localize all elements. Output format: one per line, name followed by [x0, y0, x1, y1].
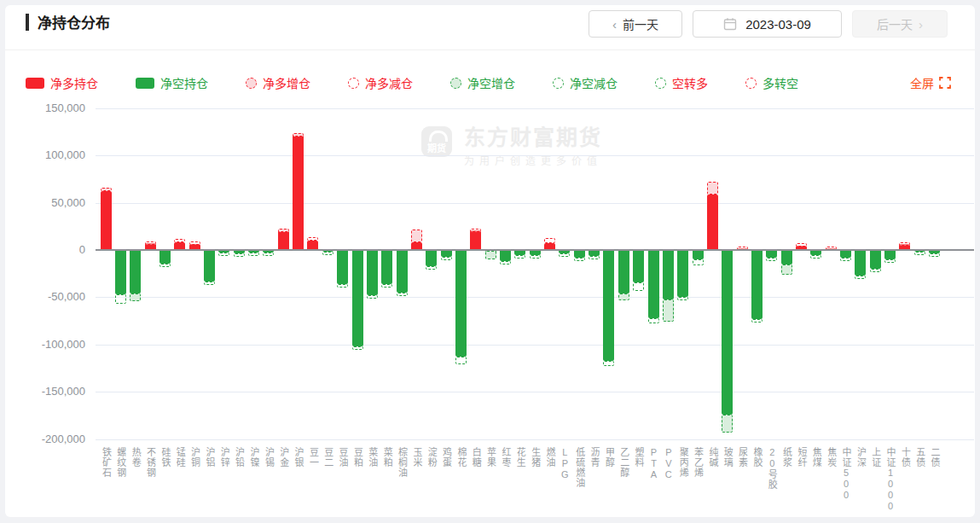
bar-红枣[interactable] — [500, 250, 511, 261]
bar-豆粕[interactable] — [352, 250, 363, 346]
bar-沪铝[interactable] — [204, 250, 215, 282]
bar-十债[interactable] — [899, 244, 910, 250]
watermark-slogan: 为用户创造更多价值 — [464, 153, 602, 167]
chevron-left-icon: ‹ — [612, 17, 617, 32]
bar-沪锌[interactable] — [218, 250, 229, 253]
bar-螺纹钢[interactable] — [115, 250, 126, 294]
bar-20号胶[interactable] — [766, 250, 777, 258]
bar-LPG[interactable] — [559, 250, 570, 253]
legend-item-0[interactable]: 净多持仓 — [26, 74, 98, 91]
bar-短纤[interactable] — [796, 246, 807, 251]
bar-纯碱[interactable] — [707, 195, 718, 250]
fullscreen-label: 全屏 — [910, 74, 934, 91]
bar-焦煤[interactable] — [810, 250, 821, 255]
bar-沪铅[interactable] — [234, 250, 245, 253]
legend-swatch-icon — [655, 78, 666, 89]
legend-label: 空转多 — [672, 74, 708, 91]
bar-五债[interactable] — [914, 250, 925, 252]
legend-swatch-icon — [450, 78, 461, 89]
legend-label: 净多减仓 — [365, 74, 413, 91]
legend-swatch-icon — [348, 78, 359, 89]
net-position-page: 净持仓分布 ‹ 前一天 2023-03-09 后一天 › 净多持仓净空持仓净多增… — [0, 0, 980, 523]
bar-棉花[interactable] — [455, 250, 467, 357]
title-accent-bar — [26, 14, 29, 31]
page-title: 净持仓分布 — [38, 11, 110, 32]
bar-豆油[interactable] — [337, 250, 348, 284]
bar-焦炭[interactable] — [826, 248, 837, 250]
legend-label: 净多持仓 — [50, 74, 98, 91]
next-day-button[interactable]: 后一天 › — [852, 10, 948, 38]
legend-label: 多转空 — [763, 74, 798, 91]
bar-乙二醇[interactable] — [618, 250, 629, 293]
bar-橡胶[interactable] — [751, 250, 763, 319]
bar-玉米[interactable] — [411, 242, 422, 250]
date-value: 2023-03-09 — [745, 17, 811, 32]
bar-铁矿石[interactable] — [101, 191, 112, 250]
legend-label: 净空持仓 — [160, 74, 208, 91]
legend-label: 净空减仓 — [570, 74, 618, 91]
bar-中证500[interactable] — [840, 250, 851, 258]
bar-沪铜[interactable] — [189, 244, 200, 250]
bar-苹果[interactable] — [485, 250, 496, 256]
bar-鸡蛋[interactable] — [441, 250, 452, 257]
bar-淀粉[interactable] — [426, 250, 437, 266]
legend-swatch-icon — [26, 78, 44, 89]
bar-沪深[interactable] — [855, 250, 866, 276]
bar-热卷[interactable] — [130, 250, 141, 293]
prev-day-button[interactable]: ‹ 前一天 — [589, 10, 682, 38]
legend-swatch-icon — [136, 78, 154, 89]
bar-锰硅[interactable] — [174, 242, 185, 250]
calendar-icon — [723, 17, 737, 31]
bar-沪镍[interactable] — [248, 250, 259, 253]
watermark-brand: 东方财富期货 — [464, 126, 602, 148]
bar-中证1000[interactable] — [884, 250, 896, 259]
chevron-right-icon: › — [919, 17, 923, 32]
legend-item-2[interactable]: 净多增仓 — [246, 74, 310, 91]
panel: 净持仓分布 ‹ 前一天 2023-03-09 后一天 › 净多持仓净空持仓净多增… — [5, 5, 975, 517]
bar-花生[interactable] — [514, 250, 525, 255]
bar-PTA[interactable] — [648, 250, 659, 318]
legend-item-4[interactable]: 净空增仓 — [450, 74, 515, 91]
bar-燃油[interactable] — [544, 243, 555, 250]
bar-豆一[interactable] — [307, 241, 318, 250]
bar-沪锡[interactable] — [263, 250, 274, 253]
bar-二债[interactable] — [929, 250, 940, 253]
bar-低硫燃油[interactable] — [574, 250, 585, 258]
legend-item-7[interactable]: 多转空 — [745, 74, 798, 91]
chart-legend: 净多持仓净空持仓净多增仓净多减仓净空增仓净空减仓空转多多转空 — [26, 73, 847, 92]
bar-PVC[interactable] — [663, 250, 674, 299]
bar-纸浆[interactable] — [781, 250, 792, 264]
bar-玻璃[interactable] — [722, 250, 733, 415]
bar-尿素[interactable] — [737, 248, 748, 250]
legend-item-5[interactable]: 净空减仓 — [553, 74, 618, 91]
header: 净持仓分布 ‹ 前一天 2023-03-09 后一天 › — [5, 5, 975, 50]
next-day-label: 后一天 — [877, 15, 913, 32]
fullscreen-button[interactable]: 全屏 — [910, 74, 951, 91]
bar-菜油[interactable] — [367, 250, 378, 295]
brand-logo-icon: 期货 — [421, 126, 452, 157]
legend-item-1[interactable]: 净空持仓 — [136, 74, 208, 91]
bar-塑料[interactable] — [633, 250, 644, 282]
bar-聚丙烯[interactable] — [677, 250, 688, 297]
legend-swatch-icon — [745, 78, 757, 89]
bar-沪金[interactable] — [278, 230, 289, 250]
date-picker[interactable]: 2023-03-09 — [693, 10, 842, 38]
bar-棕榈油[interactable] — [397, 250, 408, 293]
bar-硅铁[interactable] — [159, 250, 171, 264]
bar-生猪[interactable] — [530, 250, 541, 255]
bar-苯乙烯[interactable] — [693, 250, 704, 259]
bar-甲醇[interactable] — [603, 250, 614, 361]
bar-不锈钢[interactable] — [145, 243, 156, 250]
legend-label: 净多增仓 — [263, 74, 310, 91]
bar-菜粕[interactable] — [381, 250, 392, 284]
bar-豆二[interactable] — [322, 250, 333, 252]
bar-上证[interactable] — [870, 250, 881, 269]
bar-沥青[interactable] — [589, 250, 600, 256]
bar-白糖[interactable] — [470, 230, 481, 250]
legend-item-3[interactable]: 净多减仓 — [348, 74, 413, 91]
bar-沪银[interactable] — [293, 135, 304, 250]
legend-item-6[interactable]: 空转多 — [655, 74, 708, 91]
legend-swatch-icon — [246, 78, 257, 89]
prev-day-label: 前一天 — [623, 15, 658, 32]
legend-label: 净空增仓 — [467, 74, 515, 91]
